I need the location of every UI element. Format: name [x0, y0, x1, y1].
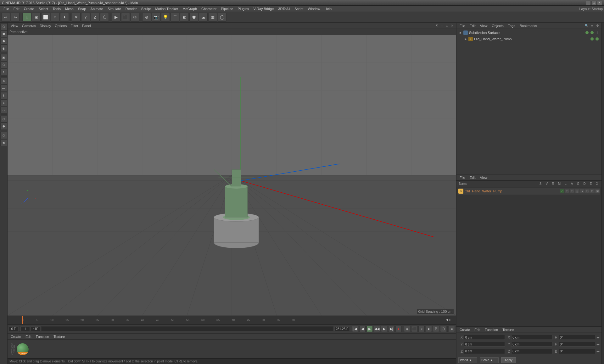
keyframe-btn-1[interactable]: ◈ [404, 326, 410, 332]
menu-edit[interactable]: Edit [11, 6, 22, 11]
timeline-btn[interactable]: ≡ [449, 326, 455, 332]
sy-input[interactable] [511, 342, 552, 347]
keyframe-btn-5[interactable]: P [433, 326, 439, 332]
menu-file[interactable]: File [1, 6, 11, 11]
world-dropdown[interactable]: World ▼ [458, 357, 477, 363]
status-dot-1[interactable] [585, 31, 589, 34]
add-object[interactable]: ⊕ [142, 13, 151, 22]
obj-objects[interactable]: Objects [490, 24, 505, 28]
status-1[interactable]: ✓ [560, 189, 564, 193]
move-tool[interactable]: ✕ [72, 13, 81, 22]
tool-6[interactable]: ⬡ [0, 116, 7, 123]
vp-icon-3[interactable]: □ [445, 24, 449, 28]
tool-5[interactable]: ⌓ [0, 107, 7, 113]
menu-animate[interactable]: Animate [88, 6, 105, 11]
tool-3[interactable]: $ [0, 92, 7, 99]
menu-pipeline[interactable]: Pipeline [219, 6, 235, 11]
water-pump-row[interactable]: ▶ L Old_Hand_Water_Pump [458, 36, 600, 42]
loop-field[interactable]: 1 [20, 327, 30, 331]
menu-3dtoall[interactable]: 3DToAll [276, 6, 292, 11]
model-mode[interactable]: ▣ [0, 54, 7, 61]
texture-mode[interactable]: ⬡ [0, 61, 7, 68]
tool-2[interactable]: — [0, 85, 7, 92]
circle-selection[interactable]: ○ [51, 13, 59, 22]
go-to-start-button[interactable]: |◀ [352, 326, 358, 332]
expand-icon[interactable]: ▶ [459, 31, 462, 34]
menu-tools[interactable]: Tools [50, 6, 63, 11]
menu-vray[interactable]: V-Ray Bridge [251, 6, 276, 11]
vp-menu-filter[interactable]: Filter [69, 24, 79, 28]
rotate-tool[interactable]: Z [91, 13, 99, 22]
tool-9[interactable]: ◉ [0, 139, 7, 146]
h-spin[interactable]: ◂▸ [596, 336, 600, 339]
close-button[interactable]: ✕ [597, 1, 602, 5]
play-reverse-button[interactable]: ◀◀ [374, 326, 380, 332]
3d-viewport[interactable]: X Y Z Grid Spacing : 100 cm [8, 35, 456, 316]
maximize-button[interactable]: □ [591, 1, 596, 5]
polygons-mode[interactable]: ⬟ [0, 38, 7, 45]
status-2[interactable]: ⬡ [565, 189, 569, 193]
deform[interactable]: ⬟ [189, 13, 198, 22]
vp-menu-options[interactable]: Options [53, 24, 68, 28]
p-input[interactable] [559, 342, 595, 347]
menu-sculpt[interactable]: Sculpt [139, 6, 153, 11]
vp-icon-4[interactable]: ✕ [450, 24, 454, 28]
minimize-button[interactable]: – [586, 1, 591, 5]
obj-view[interactable]: View [479, 24, 489, 28]
scale-dropdown[interactable]: Scale ▼ [480, 357, 499, 363]
status-6[interactable]: ⬡ [585, 189, 590, 193]
frame-offset[interactable]: ↑1F [31, 327, 40, 331]
vp-menu-view[interactable]: View [9, 24, 20, 28]
coords-function[interactable]: Function [484, 328, 499, 332]
prev-frame-button[interactable]: ◀ [359, 326, 366, 332]
mat-texture[interactable]: Texture [52, 334, 66, 339]
render-to-po[interactable]: ⬛ [121, 13, 130, 22]
filter-icon[interactable]: ≡ [590, 24, 594, 28]
status-5[interactable]: ▲ [580, 189, 584, 193]
scale-tool[interactable]: Y [81, 13, 90, 22]
redo-button[interactable]: ↪ [11, 13, 20, 22]
light[interactable]: 💡 [161, 13, 170, 22]
points-mode[interactable]: ⬡ [0, 23, 7, 30]
pump-dot-1[interactable] [590, 37, 594, 41]
y-input[interactable] [464, 342, 505, 347]
p-spin[interactable]: ◂▸ [596, 343, 600, 346]
keyframe-btn-2[interactable]: ⬛ [411, 326, 417, 332]
material-swatch[interactable]: m_Hand [16, 343, 29, 356]
settings-icon[interactable]: ⚙ [595, 24, 600, 28]
uv-mode[interactable]: ◐ [0, 45, 7, 52]
rect-selection[interactable]: ⬜ [41, 13, 50, 22]
subdivision-surface-row[interactable]: ▶ Subdivision Surface ⋮ [458, 30, 600, 36]
axis-mode[interactable]: ✦ [0, 69, 7, 75]
obj-bookmarks[interactable]: Bookmarks [518, 24, 538, 28]
keyframe-btn-3[interactable]: ○ [418, 326, 425, 332]
coords-texture[interactable]: Texture [501, 328, 515, 332]
floor[interactable]: ▦ [208, 13, 217, 22]
menu-snap[interactable]: Snap [76, 6, 88, 11]
timeline-ruler[interactable]: 0 5 10 15 20 25 30 35 40 45 50 55 60 65 … [8, 316, 456, 324]
edges-mode[interactable]: ⬢ [0, 30, 7, 37]
nurbs[interactable]: ◐ [180, 13, 189, 22]
attr-file[interactable]: File [458, 175, 467, 180]
search-icon[interactable]: 🔍 [584, 24, 589, 28]
attr-edit[interactable]: Edit [468, 175, 477, 180]
keyframe-btn-6[interactable]: ⬡ [440, 326, 446, 332]
record-button[interactable]: ● [395, 326, 402, 332]
tool-8[interactable]: ⬡ [0, 132, 7, 139]
freehand-selection[interactable]: ✦ [60, 13, 69, 22]
sx-input[interactable] [511, 335, 552, 340]
vp-menu-cameras[interactable]: Cameras [21, 24, 37, 28]
menu-window[interactable]: Window [305, 6, 322, 11]
vp-menu-panel[interactable]: Panel [81, 24, 92, 28]
tag-icon[interactable]: ⋮ [595, 31, 599, 35]
menu-character[interactable]: Character [199, 6, 219, 11]
next-frame-button[interactable]: ▶ [381, 326, 387, 332]
selection-tool[interactable]: ⊡ [22, 13, 31, 22]
vp-icon-1[interactable]: ⇱ [435, 24, 439, 28]
pump-dot-2[interactable] [596, 37, 599, 41]
z-input[interactable] [464, 349, 505, 354]
status-4[interactable]: ||| [575, 189, 579, 193]
menu-plugins[interactable]: Plugins [235, 6, 251, 11]
attr-row-pump[interactable]: O Old_Hand_Water_Pump ✓ ⬡ ⬡ ||| ▲ ⬡ ⊡ ▣ [458, 188, 600, 195]
attr-view[interactable]: View [479, 175, 489, 180]
